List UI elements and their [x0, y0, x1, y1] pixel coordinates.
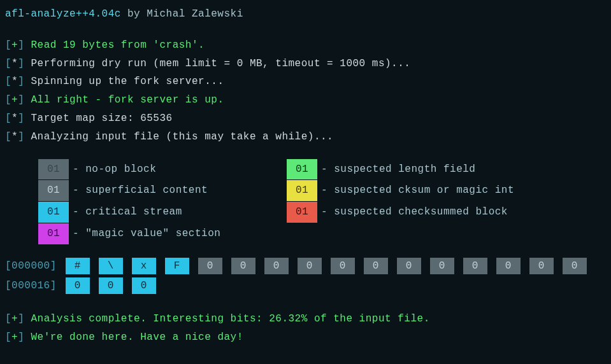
hex-byte: 0	[496, 258, 521, 274]
hex-offset: [000016]	[5, 277, 57, 295]
legend-item: 01 - no-op block	[38, 159, 287, 180]
hex-byte: 0	[264, 258, 289, 274]
hex-byte: 0	[132, 277, 156, 294]
hex-byte: 0	[463, 258, 487, 274]
hex-byte: 0	[198, 258, 222, 274]
legend-label: - suspected length field	[321, 160, 475, 179]
log-line: [*] Analyzing input file (this may take …	[5, 128, 606, 146]
legend-swatch: 01	[38, 159, 69, 180]
legend-label: - no-op block	[73, 160, 156, 179]
legend-swatch: 01	[287, 180, 317, 201]
legend-item: 01 - suspected checksummed block	[287, 202, 535, 223]
hex-byte: F	[165, 258, 189, 274]
hex-byte: 0	[331, 258, 355, 274]
author-text: by Michal Zalewski	[121, 8, 243, 20]
legend-label: - critical stream	[73, 203, 182, 221]
legend-item: 01 - superficial content	[38, 180, 287, 201]
legend-item: 01 - suspected length field	[287, 159, 535, 180]
legend-item: 01 - suspected cksum or magic int	[287, 180, 535, 201]
hex-byte: 0	[563, 258, 587, 274]
legend-row: 01 - superficial content01 - suspected c…	[38, 180, 606, 201]
log-line: [*] Performing dry run (mem limit = 0 MB…	[5, 55, 606, 73]
legend-swatch: 01	[38, 202, 69, 223]
log-line: [+] Read 19 bytes from 'crash'.	[5, 36, 606, 55]
hex-byte: 0	[99, 277, 123, 294]
hex-byte: 0	[66, 277, 90, 294]
log-line: [*] Spinning up the fork server...	[5, 73, 606, 91]
log-line: [+] Analysis complete. Interesting bits:…	[5, 310, 606, 328]
legend-label: - superficial content	[73, 181, 208, 200]
log-line: [+] We're done here. Have a nice day!	[5, 328, 606, 347]
legend-swatch: 01	[287, 202, 317, 223]
hex-byte: 0	[529, 258, 554, 274]
legend-label: - suspected cksum or magic int	[321, 181, 514, 200]
hex-byte: \	[99, 258, 123, 274]
legend-item: 01 - "magic value" section	[38, 223, 287, 244]
legend-label: - suspected checksummed block	[321, 203, 508, 221]
log-line: [*] Target map size: 65536	[5, 109, 606, 128]
hex-byte: 0	[231, 258, 255, 274]
tool-title: afl-analyze++4.04c	[5, 8, 121, 20]
hex-byte: 0	[298, 258, 322, 274]
legend-row: 01 - "magic value" section	[38, 223, 606, 244]
hex-byte: 0	[397, 258, 421, 274]
log-line: [+] All right - fork server is up.	[5, 91, 606, 109]
hex-section: [000000]#\xF000000000000[000016]000	[5, 257, 606, 295]
hex-offset: [000000]	[5, 257, 57, 276]
log-section: [+] Read 19 bytes from 'crash'.[*] Perfo…	[5, 36, 606, 146]
hex-byte: #	[66, 258, 90, 274]
hex-byte: 0	[364, 258, 388, 274]
legend-row: 01 - no-op block01 - suspected length fi…	[38, 159, 606, 180]
hex-byte: 0	[430, 258, 454, 274]
legend-swatch: 01	[287, 159, 317, 180]
legend-swatch: 01	[38, 180, 69, 201]
legend-row: 01 - critical stream01 - suspected check…	[38, 202, 606, 223]
legend-swatch: 01	[38, 223, 69, 244]
legend-section: 01 - no-op block01 - suspected length fi…	[5, 159, 606, 244]
legend-item: 01 - critical stream	[38, 202, 287, 223]
legend-label: - "magic value" section	[73, 225, 220, 243]
header: afl-analyze++4.04c by Michal Zalewski	[5, 5, 606, 24]
hex-row: [000016]000	[5, 277, 606, 295]
hex-row: [000000]#\xF000000000000	[5, 257, 606, 276]
hex-byte: x	[132, 258, 156, 274]
footer-section: [+] Analysis complete. Interesting bits:…	[5, 310, 606, 347]
